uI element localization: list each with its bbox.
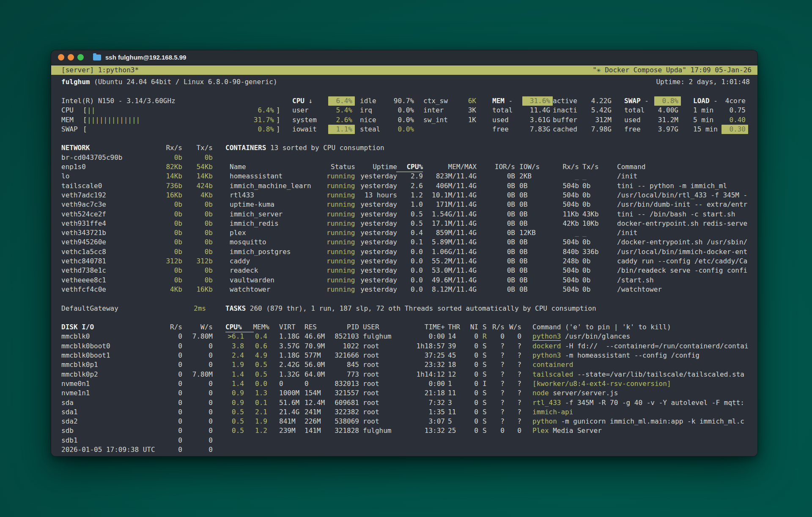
network-row-name: vetheeee8c1 <box>61 276 106 285</box>
disk-tx-value: 0 <box>208 388 213 398</box>
mem-stat-value: 312M <box>595 115 612 125</box>
disk-tx-value: 7.80M <box>192 332 213 341</box>
proc-user: root <box>363 379 379 388</box>
close-button[interactable] <box>58 54 64 60</box>
maximize-button[interactable] <box>77 54 84 60</box>
stat-label-suffix: - <box>641 97 649 105</box>
terminal-window: ssh fulghum@192.168.5.99 [server] 1:pyth… <box>51 50 758 457</box>
proc-nice: 0 <box>474 379 478 388</box>
cpu-stat-label: system <box>292 115 317 125</box>
container-name: immich_machine_learn <box>230 181 311 191</box>
container-iow: 0B <box>519 238 527 247</box>
container-ior: 0B <box>507 257 515 266</box>
network-row-name: vethc1a5cc8 <box>61 247 106 257</box>
network-tx-value: 4Kb <box>200 191 213 200</box>
proc-header-command: Command ('e' to pin | 'k' to kill) <box>532 323 671 332</box>
titlebar[interactable]: ssh fulghum@192.168.5.99 <box>51 50 757 65</box>
proc-command: [kworker/u8:4-ext4-rsv-conversion] <box>532 379 753 388</box>
gauge-percent: 6.4% <box>258 106 274 115</box>
stat-label-suffix: ↓ <box>304 97 313 105</box>
proc-pid: 832013 <box>335 379 359 388</box>
terminal-screen[interactable]: [server] 1:python3* "✳ Docker Compose Up… <box>51 65 757 456</box>
container-command: /usr/local/bin/immich-docker-ent <box>617 247 747 257</box>
disk-rx-value: 0 <box>178 445 182 454</box>
container-status: running <box>326 247 355 257</box>
disk-tx-value: 0 <box>208 408 213 417</box>
container-rx: 504b <box>562 238 579 247</box>
network-rx-value: 312b <box>166 257 182 266</box>
container-cpu: 0.0 <box>411 257 423 266</box>
network-row-name: lo <box>61 172 69 181</box>
container-ior: 0B <box>507 219 515 228</box>
proc-user: root <box>363 360 379 369</box>
container-iow: 0B <box>519 219 527 228</box>
proc-cpu: 1.4 <box>232 379 244 388</box>
proc-state: S <box>483 342 487 351</box>
disk-row-name: sda2 <box>61 417 78 426</box>
tasks-summary-line: TASKS260 (879 thr), 1 run, 187 slp, 72 o… <box>225 304 596 313</box>
load-stat-value: 0.30 <box>721 125 748 134</box>
container-tx: 0b <box>582 285 590 294</box>
disk-row-name: sdb1 <box>61 436 78 445</box>
proc-rs: ? <box>500 417 505 426</box>
disk-col-header: R/s <box>170 323 182 332</box>
cpu-stat-value: 3K <box>468 106 476 115</box>
container-mem: 406M/11.4G <box>436 181 477 191</box>
proc-command-args: --state=/var/lib/tailscale/tailscaled.st… <box>573 370 744 378</box>
container-ior: 0B <box>507 247 515 257</box>
container-rx: _ <box>575 172 579 181</box>
network-tx-value: 0b <box>205 228 213 238</box>
network-rx-value: 0b <box>174 219 182 228</box>
proc-pid: 538069 <box>335 417 359 426</box>
network-rx-value: 0b <box>174 153 182 162</box>
network-section-title: NETWORK <box>61 143 90 153</box>
disk-tx-value: 7.80M <box>192 370 213 379</box>
proc-nice: 0 <box>474 388 478 398</box>
minimize-button[interactable] <box>68 54 74 60</box>
container-status: running <box>326 172 355 181</box>
proc-virt: 1000M <box>279 388 299 398</box>
proc-state: S <box>483 388 487 398</box>
cpu-stat-label: sw_int <box>423 115 448 125</box>
container-rx: _ <box>575 228 579 238</box>
proc-ws: ? <box>517 370 521 379</box>
window-title: ssh fulghum@192.168.5.99 <box>105 54 186 61</box>
network-row-name: veth524ce2f <box>61 210 106 219</box>
container-cpu: 1.0 <box>411 200 423 209</box>
mem-stat-label: total <box>492 106 513 115</box>
container-command: /init <box>617 228 637 238</box>
proc-command-name: python3 <box>532 332 561 341</box>
container-ior: 0B <box>507 191 515 200</box>
container-mem: 823M/11.4G <box>436 172 477 181</box>
container-cpu: 0.1 <box>411 238 423 247</box>
proc-ws: ? <box>517 351 521 360</box>
proc-threads: 1 <box>448 379 452 388</box>
proc-mem: 1.9 <box>255 417 267 426</box>
cpu-stat-label: irq <box>360 106 372 115</box>
swap-stat-value: 0.8% <box>654 96 681 106</box>
proc-user: root <box>363 351 379 360</box>
uptime-label: Uptime: 2 days, 1:01:48 <box>656 77 750 87</box>
container-command: /docker-entrypoint.sh /usr/sbin/ <box>617 238 747 247</box>
proc-time: 0:00 <box>428 379 445 388</box>
container-tx: 0b <box>582 257 590 266</box>
proc-cpu: 0.5 <box>232 417 244 426</box>
container-cpu: 0.0 <box>411 276 423 285</box>
proc-user: root <box>363 398 379 408</box>
gauge-open-bracket: [ <box>83 106 87 115</box>
container-name: homeassistant <box>230 172 283 181</box>
proc-nice: 0 <box>474 332 478 341</box>
proc-virt: 3.57G <box>279 342 299 351</box>
container-cpu: 0.5 <box>411 219 423 228</box>
container-ior: 0B <box>507 172 515 181</box>
proc-command-name: rtl_433 <box>532 399 561 407</box>
swap-panel-title: SWAP <box>624 97 641 105</box>
container-command: /bin/readeck serve -config confi <box>617 266 747 275</box>
proc-header-ws: W/s <box>509 323 521 332</box>
container-status: running <box>326 191 355 200</box>
proc-header-rs: R/s <box>492 323 505 332</box>
proc-user: root <box>363 342 379 351</box>
container-uptime: yesterday <box>360 210 397 219</box>
network-rx-value: 0b <box>174 266 182 275</box>
proc-virt: 1.18G <box>279 351 299 360</box>
